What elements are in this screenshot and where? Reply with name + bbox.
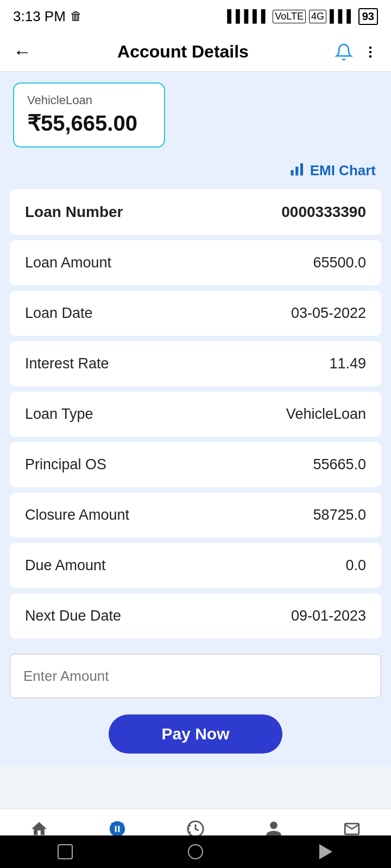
svg-point-2: [369, 55, 372, 58]
detail-row-loan-date: Loan Date 03-05-2022: [10, 291, 381, 336]
signal2-icon: ▌▌▌: [330, 9, 355, 23]
input-section: [0, 654, 391, 707]
page-title: Account Details: [117, 42, 249, 62]
battery-icon: 93: [358, 8, 378, 25]
emi-chart-row: EMI Chart: [0, 153, 391, 186]
svg-rect-3: [291, 170, 293, 176]
pay-section: Pay Now: [0, 707, 391, 767]
detail-label-loan-type: Loan Type: [25, 406, 93, 423]
volte-icon: VoLTE: [273, 10, 306, 23]
detail-row-due-amount: Due Amount 0.0: [10, 543, 381, 588]
time-label: 3:13 PM: [13, 8, 66, 25]
back-button[interactable]: ←: [13, 41, 31, 62]
status-bar: 3:13 PM 🗑 ▌▌▌▌▌ VoLTE 4G ▌▌▌ 93: [0, 0, 391, 33]
detail-value-loan-amount: 65500.0: [313, 254, 366, 271]
vehicle-card-type: VehicleLoan: [27, 93, 151, 107]
detail-label-due-amount: Due Amount: [25, 557, 106, 574]
recent-apps-button[interactable]: [54, 841, 76, 863]
svg-point-1: [369, 50, 372, 53]
detail-value-due-amount: 0.0: [345, 557, 366, 574]
detail-label-loan-number: Loan Number: [25, 203, 123, 221]
detail-row-closure-amount: Closure Amount 58725.0: [10, 493, 381, 538]
emi-chart-button[interactable]: EMI Chart: [289, 161, 376, 181]
detail-value-loan-date: 03-05-2022: [291, 305, 366, 322]
detail-row-loan-number: Loan Number 0000333390: [10, 189, 381, 235]
svg-rect-4: [295, 167, 298, 175]
svg-point-0: [369, 46, 372, 49]
detail-label-loan-amount: Loan Amount: [25, 254, 111, 271]
detail-row-principal-os: Principal OS 55665.0: [10, 442, 381, 487]
more-button[interactable]: [363, 44, 378, 60]
vehicle-card-amount: ₹55,665.00: [27, 111, 151, 136]
detail-value-principal-os: 55665.0: [313, 456, 366, 473]
detail-value-loan-type: VehicleLoan: [286, 406, 366, 423]
4g-icon: 4G: [309, 10, 326, 23]
bell-icon: [335, 43, 353, 61]
status-time: 3:13 PM 🗑: [13, 8, 82, 25]
detail-label-next-due-date: Next Due Date: [25, 608, 121, 624]
system-bar: [0, 835, 391, 868]
detail-row-loan-amount: Loan Amount 65500.0: [10, 240, 381, 285]
detail-value-loan-number: 0000333390: [281, 203, 366, 221]
vehicle-card: VehicleLoan ₹55,665.00: [13, 82, 165, 148]
status-icons: ▌▌▌▌▌ VoLTE 4G ▌▌▌ 93: [227, 8, 378, 25]
nav-action-icons: [335, 43, 378, 61]
svg-rect-5: [300, 163, 303, 176]
card-area: VehicleLoan ₹55,665.00: [0, 72, 391, 153]
delete-icon: 🗑: [70, 9, 82, 23]
detail-label-principal-os: Principal OS: [25, 456, 106, 473]
bar-chart-icon: [289, 161, 306, 181]
pay-now-button[interactable]: Pay Now: [109, 714, 282, 754]
details-section: Loan Number 0000333390 Loan Amount 65500…: [0, 186, 391, 654]
dots-icon: [363, 44, 378, 60]
detail-label-loan-date: Loan Date: [25, 305, 93, 322]
detail-row-next-due-date: Next Due Date 09-01-2023: [10, 593, 381, 639]
detail-value-interest-rate: 11.49: [329, 355, 366, 372]
emi-chart-label: EMI Chart: [310, 162, 376, 179]
detail-value-closure-amount: 58725.0: [313, 507, 366, 524]
detail-label-closure-amount: Closure Amount: [25, 507, 129, 524]
amount-input[interactable]: [10, 654, 381, 698]
signal-icon: ▌▌▌▌▌: [227, 9, 269, 23]
home-gesture-button[interactable]: [185, 841, 206, 863]
back-gesture-button[interactable]: [315, 841, 337, 863]
detail-label-interest-rate: Interest Rate: [25, 355, 109, 372]
top-nav: ← Account Details: [0, 33, 391, 72]
detail-row-interest-rate: Interest Rate 11.49: [10, 341, 381, 386]
detail-value-next-due-date: 09-01-2023: [291, 608, 366, 624]
detail-row-loan-type: Loan Type VehicleLoan: [10, 392, 381, 437]
svg-rect-6: [111, 823, 124, 825]
bell-button[interactable]: [335, 43, 353, 61]
